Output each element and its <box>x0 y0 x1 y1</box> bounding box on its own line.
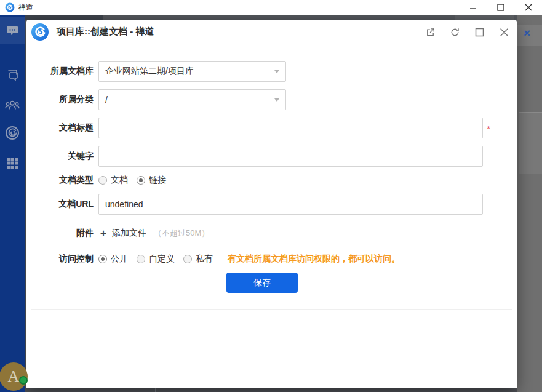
form-row-attachment: 附件 ＋ 添加文件 （不超过50M） <box>26 227 517 239</box>
doctype-label: 文档类型 <box>26 175 98 186</box>
keywords-label: 关键字 <box>26 151 98 162</box>
save-button[interactable]: 保存 <box>226 273 298 293</box>
radio-unchecked-icon <box>183 255 192 263</box>
create-document-form: 所属文档库 企业网站第二期/项目库 所属分类 / 文档标题 * 关键字 <box>26 44 517 293</box>
open-external-icon[interactable] <box>424 26 436 38</box>
access-option-private-label: 私有 <box>196 254 213 265</box>
close-dialog-icon[interactable] <box>498 26 509 38</box>
app-grid-icon <box>6 156 19 170</box>
team-icon <box>4 97 20 113</box>
dialog-title: 项目库::创建文档 - 禅道 <box>57 26 154 38</box>
access-option-private[interactable]: 私有 <box>183 254 213 265</box>
url-input[interactable] <box>98 194 483 215</box>
dimmed-panel <box>519 112 542 174</box>
title-label: 文档标题 <box>26 122 98 134</box>
keywords-input[interactable] <box>98 146 483 167</box>
doctype-option-doc[interactable]: 文档 <box>98 175 128 186</box>
sidebar-item-chat[interactable] <box>0 17 25 44</box>
create-document-dialog: 项目库::创建文档 - 禅道 <box>26 20 517 388</box>
radio-checked-icon <box>137 176 145 185</box>
sidebar: A <box>0 15 25 392</box>
dialog-header: 项目库::创建文档 - 禅道 <box>26 20 517 44</box>
background-close-icon[interactable]: × <box>524 27 530 39</box>
category-select-value: / <box>105 95 108 105</box>
zentao-logo-icon <box>31 23 49 41</box>
sidebar-item-chats[interactable] <box>0 63 25 87</box>
maximize-dialog-icon[interactable] <box>474 26 485 38</box>
attachment-label: 附件 <box>26 228 98 239</box>
doctype-option-link[interactable]: 链接 <box>137 175 166 186</box>
radio-unchecked-icon <box>98 176 107 185</box>
close-icon[interactable] <box>514 0 542 15</box>
form-row-keywords: 关键字 <box>26 146 517 167</box>
access-option-custom-label: 自定义 <box>149 254 175 265</box>
sidebar-item-contacts[interactable] <box>0 93 25 118</box>
background-tab-segment <box>455 15 514 20</box>
refresh-icon[interactable] <box>449 26 460 38</box>
dimmed-page-bottom <box>25 387 517 392</box>
form-row-library: 所属文档库 企业网站第二期/项目库 <box>26 61 517 82</box>
add-file-button[interactable]: ＋ 添加文件 <box>98 227 146 240</box>
os-titlebar: 禅道 <box>0 0 542 15</box>
add-file-label: 添加文件 <box>112 228 146 239</box>
access-label: 访问控制 <box>26 254 98 265</box>
access-option-public[interactable]: 公开 <box>98 254 128 265</box>
sidebar-item-apps[interactable] <box>0 151 25 175</box>
form-row-url: 文档URL <box>26 194 517 215</box>
doctype-option-doc-label: 文档 <box>111 175 128 186</box>
plus-icon: ＋ <box>98 227 108 240</box>
background-tab-strip <box>25 15 542 20</box>
chats-icon <box>5 68 20 82</box>
section-divider <box>31 309 512 310</box>
divider <box>155 387 156 392</box>
form-row-title: 文档标题 * <box>26 118 517 138</box>
radio-unchecked-icon <box>137 255 145 263</box>
dialog-header-actions <box>424 20 509 44</box>
library-label: 所属文档库 <box>26 66 98 77</box>
maximize-icon[interactable] <box>487 0 514 15</box>
category-label: 所属分类 <box>26 94 98 105</box>
zentao-swirl-icon <box>4 124 21 142</box>
doctype-option-link-label: 链接 <box>149 175 166 186</box>
access-permission-note: 有文档所属文档库访问权限的，都可以访问。 <box>228 254 400 265</box>
url-label: 文档URL <box>26 199 98 210</box>
access-option-public-label: 公开 <box>111 254 128 265</box>
form-row-doctype: 文档类型 文档 链接 <box>26 174 517 186</box>
access-option-custom[interactable]: 自定义 <box>137 254 175 265</box>
library-select[interactable]: 企业网站第二期/项目库 <box>98 61 286 82</box>
category-select[interactable]: / <box>98 89 286 110</box>
form-row-save: 保存 <box>26 273 517 293</box>
online-status-dot <box>19 376 28 385</box>
form-row-category: 所属分类 / <box>26 89 517 110</box>
minimize-icon[interactable] <box>459 0 487 15</box>
attachment-size-hint: （不超过50M） <box>154 228 209 239</box>
app-window: 禅道 × <box>0 0 542 392</box>
chat-message-icon <box>5 23 20 38</box>
library-select-value: 企业网站第二期/项目库 <box>105 66 194 77</box>
zentao-logo-icon <box>5 2 15 12</box>
sidebar-item-zentao[interactable] <box>0 121 25 145</box>
window-controls <box>459 0 542 15</box>
required-asterisk: * <box>487 124 490 135</box>
dimmed-page-edge: × <box>517 15 542 392</box>
chevron-down-icon <box>274 70 279 73</box>
app-title: 禅道 <box>18 2 33 13</box>
title-input[interactable] <box>98 118 483 138</box>
background-tab-active <box>25 15 103 20</box>
chevron-down-icon <box>274 98 279 102</box>
form-row-access: 访问控制 公开 自定义 私有 有文档所属文档库访问权限的，都可以访问。 <box>26 253 517 265</box>
radio-checked-icon <box>98 255 107 263</box>
